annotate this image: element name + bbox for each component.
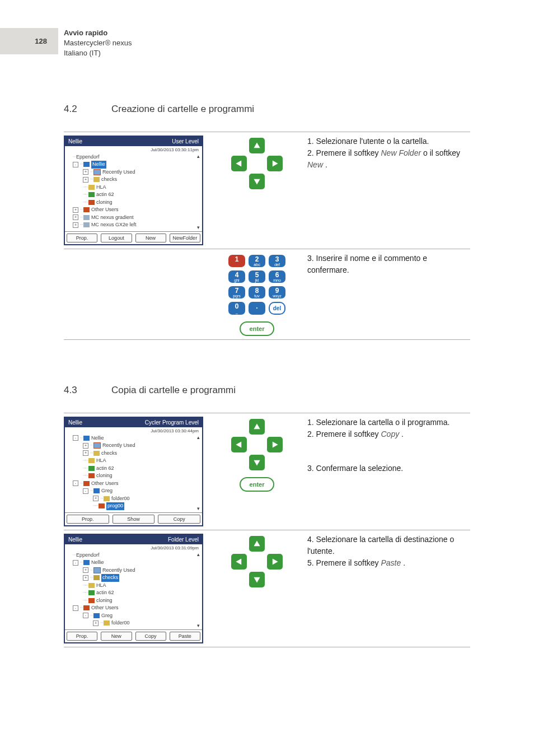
scroll-up-icon[interactable]: ▴ [195,153,201,159]
key-dot[interactable]: . [249,302,265,315]
expand-icon[interactable]: + [83,177,88,183]
tree-root[interactable]: ┈Eppendorf [67,153,200,161]
tree-node-cloning[interactable]: ┈┈cloning [67,597,200,605]
arrow-right-button[interactable] [267,554,283,570]
arrow-right-button[interactable] [267,156,283,171]
tree-node-other[interactable]: -┈Other Users [67,480,200,488]
softkey-new[interactable]: New [101,632,132,641]
enter-button[interactable]: enter [240,321,275,336]
tree-node-hla[interactable]: ┈┈HLA [67,184,200,192]
tree-node-recent[interactable]: +┈Recently Used [67,169,200,176]
key-6[interactable]: 6mno [269,270,285,283]
step-3: 3. Inserire il nome e il commento e conf… [307,253,470,276]
tree-node-recent[interactable]: +┈Recently Used [67,442,200,450]
expand-icon[interactable]: + [73,222,78,228]
svg-marker-10 [273,558,278,564]
tree-node-device2[interactable]: +┈MC nexus GX2e left [67,221,200,229]
scroll-up-icon[interactable]: ▴ [195,552,201,557]
tree-node-cloning[interactable]: ┈┈cloning [67,472,200,480]
tree-node-checks[interactable]: +┈checks [67,574,200,582]
expand-icon[interactable]: + [83,575,88,581]
tree-node-nellie[interactable]: -┈Nellie [67,161,200,169]
softkey-show[interactable]: Show [113,515,155,524]
softkey-new[interactable]: New [135,234,166,242]
key-7[interactable]: 7pqrs [228,286,245,298]
tree-node-actin[interactable]: ┈┈actin 62 [67,589,200,597]
expand-icon[interactable]: + [83,450,88,456]
tree-node-hla[interactable]: ┈┈HLA [67,582,200,590]
collapse-icon[interactable]: - [73,480,78,486]
key-9[interactable]: 9wxyz [269,286,285,298]
program-icon [99,503,105,508]
softkey-copy[interactable]: Copy [158,515,200,524]
section-number: 4.3 [64,385,86,396]
tree-node-checks[interactable]: +┈checks [67,450,200,458]
collapse-icon[interactable]: - [83,488,88,494]
softkey-logout[interactable]: Logout [101,234,132,242]
key-del[interactable]: del [269,302,285,315]
tree-node-hla[interactable]: ┈┈HLA [67,457,200,465]
tree-node-checks[interactable]: +┈checks [67,176,200,184]
key-3[interactable]: 3def [269,255,285,267]
arrow-down-button[interactable] [249,174,265,189]
key-2[interactable]: 2abc [249,255,265,267]
softkey-prop[interactable]: Prop. [67,515,109,524]
arrow-down-button[interactable] [249,455,265,470]
expand-icon[interactable]: + [93,620,99,626]
step-1: 1. Selezionare l'utente o la cartella. [307,136,470,147]
arrow-left-button[interactable] [231,156,247,171]
key-0[interactable]: 0_ [228,302,245,315]
softkey-prop[interactable]: Prop. [67,632,97,641]
enter-button[interactable]: enter [240,477,275,492]
arrow-up-button[interactable] [249,419,265,435]
key-4[interactable]: 4ghi [228,270,245,283]
tree-node-folder00[interactable]: +┈folder00 [67,619,200,627]
scroll-down-icon[interactable]: ▾ [195,623,201,628]
tree-node-nellie[interactable]: -┈Nellie [67,559,200,567]
expand-icon[interactable]: + [93,496,99,501]
expand-icon[interactable]: + [73,207,78,213]
arrow-left-button[interactable] [231,437,247,452]
softkey-paste[interactable]: Paste [170,632,200,641]
arrow-left-button[interactable] [231,554,247,570]
number-keypad: 1 2abc 3def 4ghi 5jkl 6mno 7pqrs 8tuv 9w… [228,255,285,315]
tree-node-recent[interactable]: +┈Recently Used [67,567,200,575]
arrow-right-button[interactable] [267,437,283,452]
arrow-up-button[interactable] [249,536,265,552]
tree-node-greg[interactable]: -┈Greg [67,612,200,620]
collapse-icon[interactable]: - [73,162,78,167]
softkey-copy[interactable]: Copy [135,632,166,641]
tree-node-other[interactable]: +┈Other Users [67,206,200,214]
scroll-down-icon[interactable]: ▾ [195,506,201,511]
tree-node-device1[interactable]: +┈MC nexus gradient [67,214,200,222]
scroll-down-icon[interactable]: ▾ [195,225,201,230]
softkey-prop[interactable]: Prop. [67,234,97,242]
key-8[interactable]: 8tuv [249,286,265,298]
tree-root[interactable]: ┈Eppendorf [67,552,200,559]
tree-node-cloning[interactable]: ┈┈cloning [67,199,200,207]
expand-icon[interactable]: + [83,567,88,573]
arrow-up-button[interactable] [249,138,265,153]
tree-node-folder00[interactable]: +┈folder00 [67,495,200,503]
key-5[interactable]: 5jkl [249,270,265,283]
tree-node-greg[interactable]: -┈Greg [67,487,200,495]
key-1[interactable]: 1 [228,255,245,267]
tree-node-prog00[interactable]: ┈┈prog00 [67,502,200,510]
tree-node-other[interactable]: -┈Other Users [67,604,200,612]
expand-icon[interactable]: + [83,169,88,175]
collapse-icon[interactable]: - [83,613,88,618]
softkey-newfolder[interactable]: NewFolder [170,234,200,242]
arrow-down-button[interactable] [249,572,265,587]
expand-icon[interactable]: + [83,443,88,449]
device-titlebar: Nellie User Level [65,137,202,146]
tree-node-actin[interactable]: ┈┈actin 62 [67,465,200,473]
collapse-icon[interactable]: - [73,435,78,441]
tree-node-actin[interactable]: ┈┈actin 62 [67,191,200,199]
step-2: 2. Premere il softkey New Folder o il so… [307,147,470,171]
collapse-icon[interactable]: - [73,560,78,566]
collapse-icon[interactable]: - [73,605,78,611]
expand-icon[interactable]: + [73,214,78,220]
tree-node-nellie[interactable]: -┈Nellie [67,435,200,442]
scroll-up-icon[interactable]: ▴ [195,435,201,440]
dpad [231,536,283,587]
